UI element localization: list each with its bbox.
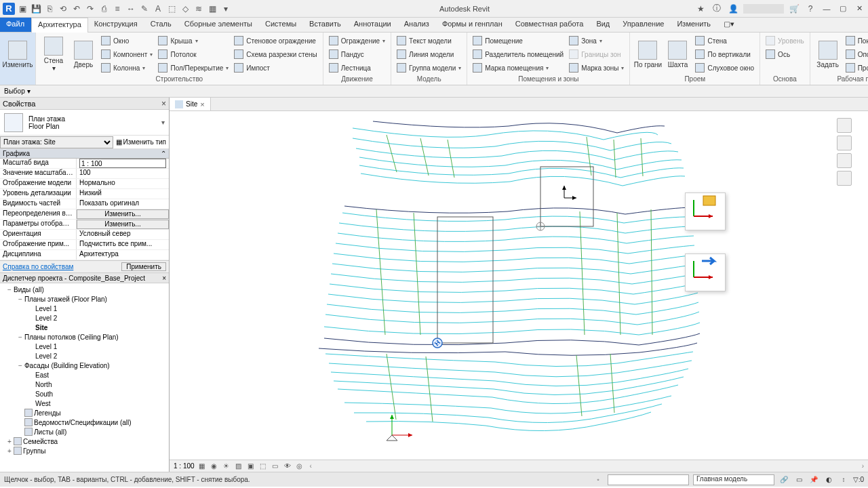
tree-node[interactable]: Листы (all) xyxy=(0,427,169,436)
status-face-icon[interactable]: ◐ xyxy=(823,474,834,485)
tree-node[interactable]: Site xyxy=(0,323,169,332)
prop-value[interactable]: Показать оригинал xyxy=(77,199,169,209)
coord-widget-1[interactable] xyxy=(685,192,726,230)
modify-button[interactable]: Изменить xyxy=(3,34,33,75)
level-button[interactable]: Уровень xyxy=(764,35,806,47)
reveal-icon[interactable]: ◎ xyxy=(295,462,304,471)
style-icon[interactable]: ◉ xyxy=(210,462,219,471)
tree-node[interactable]: +Семейства xyxy=(0,436,169,446)
tree-twisty[interactable]: + xyxy=(5,438,14,445)
roof-button[interactable]: Крыша▾ xyxy=(157,35,230,47)
prop-row[interactable]: Видимость частейПоказать оригинал xyxy=(0,199,169,209)
dormer-button[interactable]: Слуховое окно xyxy=(694,62,755,74)
app-menu[interactable]: R xyxy=(3,3,15,15)
tab-modify[interactable]: Изменить xyxy=(671,18,717,32)
axis-button[interactable]: Ось xyxy=(764,48,806,60)
tree-node[interactable]: West xyxy=(0,399,169,408)
tab-steel[interactable]: Сталь xyxy=(144,18,178,32)
railing-button[interactable]: Ограждение▾ xyxy=(328,35,387,47)
cart-icon[interactable]: 🛒 xyxy=(788,3,800,15)
type-selector[interactable]: План этажаFloor Plan ▾ xyxy=(0,110,169,136)
hide-icon[interactable]: 👁 xyxy=(283,462,292,471)
set-plane-button[interactable]: Задать xyxy=(813,34,843,75)
shaft-button[interactable]: Шахта xyxy=(663,34,692,75)
user-icon[interactable]: 👤 xyxy=(727,3,739,15)
redo-icon[interactable]: ↷ xyxy=(84,3,96,15)
doc-tab-close[interactable]: × xyxy=(200,100,204,108)
thin-icon[interactable]: ≋ xyxy=(193,3,205,15)
star-icon[interactable]: ★ xyxy=(694,3,707,15)
tab-precast[interactable]: Сборные элементы xyxy=(178,18,259,32)
viewer-button[interactable]: Просмотр xyxy=(844,62,868,74)
tree-node[interactable]: Level 2 xyxy=(0,351,169,361)
status-link-icon[interactable]: 🔗 xyxy=(778,474,789,485)
tab-massing[interactable]: Формы и генплан xyxy=(436,18,509,32)
room-sep-button[interactable]: Разделитель помещений xyxy=(471,48,565,60)
tab-structure[interactable]: Конструкция xyxy=(88,18,144,32)
doc-tab-site[interactable]: Site × xyxy=(170,98,211,110)
stair-button[interactable]: Лестница xyxy=(328,62,387,74)
prop-value[interactable]: Архитектура xyxy=(77,250,169,260)
tree-node[interactable]: −Планы потолков (Ceiling Plan) xyxy=(0,332,169,342)
curtain-button[interactable]: Стеновое ограждение xyxy=(233,35,318,47)
wall-open-button[interactable]: Стена xyxy=(694,35,755,47)
prop-row[interactable]: ОриентацияУсловный север xyxy=(0,230,169,240)
prop-value[interactable]: Низкий xyxy=(77,189,169,199)
close-button[interactable]: ✕ xyxy=(853,3,865,14)
measure-icon[interactable]: ≡ xyxy=(111,3,123,15)
tab-view[interactable]: Вид xyxy=(590,18,616,32)
tree-twisty[interactable]: − xyxy=(5,286,14,293)
tree-twisty[interactable]: − xyxy=(16,296,24,303)
tree-node[interactable]: +Группы xyxy=(0,446,169,455)
floor-button[interactable]: Пол/Перекрытие▾ xyxy=(157,62,230,74)
sync-icon[interactable]: ⟲ xyxy=(57,3,69,15)
zone-tag-button[interactable]: Марка зоны▾ xyxy=(568,62,625,74)
nav-pan-icon[interactable] xyxy=(837,153,852,168)
model-group-button[interactable]: Группа модели▾ xyxy=(395,62,462,74)
tree-node[interactable]: −Планы этажей (Floor Plan) xyxy=(0,294,169,304)
component-button[interactable]: Компонент▾ xyxy=(100,48,154,60)
prop-row[interactable]: Масштаб вида xyxy=(0,159,169,169)
prop-input[interactable] xyxy=(79,159,166,168)
tab-insert[interactable]: Вставить xyxy=(303,18,348,32)
view3d-icon[interactable]: ⬚ xyxy=(165,3,178,15)
help-icon[interactable]: ? xyxy=(804,3,816,15)
door-button[interactable]: Дверь xyxy=(68,34,98,75)
text-icon[interactable]: A xyxy=(152,3,164,15)
tab-systems[interactable]: Системы xyxy=(259,18,303,32)
apply-button[interactable]: Применить xyxy=(121,262,166,271)
prop-value[interactable]: Изменить... xyxy=(77,220,169,229)
ramp-button[interactable]: Пандус xyxy=(328,48,387,60)
viewport[interactable] xyxy=(170,111,868,460)
mullion-button[interactable]: Импост xyxy=(233,62,318,74)
tree-node[interactable]: East xyxy=(0,370,169,380)
dim-icon[interactable]: ↔ xyxy=(125,3,137,15)
sun-icon[interactable]: ☀ xyxy=(222,462,231,471)
prop-row[interactable]: Отображение моделиНормально xyxy=(0,179,169,189)
detail-icon[interactable]: ▦ xyxy=(197,462,207,471)
crop-icon[interactable]: ⬚ xyxy=(258,462,268,471)
tree-node[interactable]: Ведомости/Спецификации (all) xyxy=(0,418,169,427)
maximize-button[interactable]: ▢ xyxy=(837,3,849,14)
show-button[interactable]: Показать xyxy=(844,35,868,47)
prop-row[interactable]: Переопределения ви...Изменить... xyxy=(0,209,169,220)
status-combo-1[interactable] xyxy=(608,474,689,485)
prop-row[interactable]: Уровень детализацииНизкий xyxy=(0,189,169,199)
tree-node[interactable]: South xyxy=(0,389,169,399)
tree-node[interactable]: Level 1 xyxy=(0,304,169,313)
status-worksets-icon[interactable]: ◦ xyxy=(593,474,604,485)
crop-show-icon[interactable]: ▭ xyxy=(271,462,280,471)
tab-file[interactable]: Файл xyxy=(0,18,31,32)
prop-row[interactable]: ДисциплинаАрхитектура xyxy=(0,250,169,260)
curtain-grid-button[interactable]: Схема разрезки стены xyxy=(233,48,318,60)
coord-widget-2[interactable] xyxy=(685,253,726,291)
project-tree[interactable]: −Виды (all)−Планы этажей (Floor Plan)Lev… xyxy=(0,283,169,472)
prop-row[interactable]: Параметры отображе...Изменить... xyxy=(0,220,169,230)
model-line-button[interactable]: Линия модели xyxy=(395,48,462,60)
render-icon[interactable]: ▣ xyxy=(246,462,256,471)
tree-node[interactable]: −Фасады (Building Elevation) xyxy=(0,361,169,370)
zone-button[interactable]: Зона▾ xyxy=(568,35,625,47)
ref-plane-button[interactable]: Опорная плоскость xyxy=(844,48,868,60)
tab-analyze[interactable]: Анализ xyxy=(398,18,436,32)
switch-icon[interactable]: ▾ xyxy=(220,3,232,15)
